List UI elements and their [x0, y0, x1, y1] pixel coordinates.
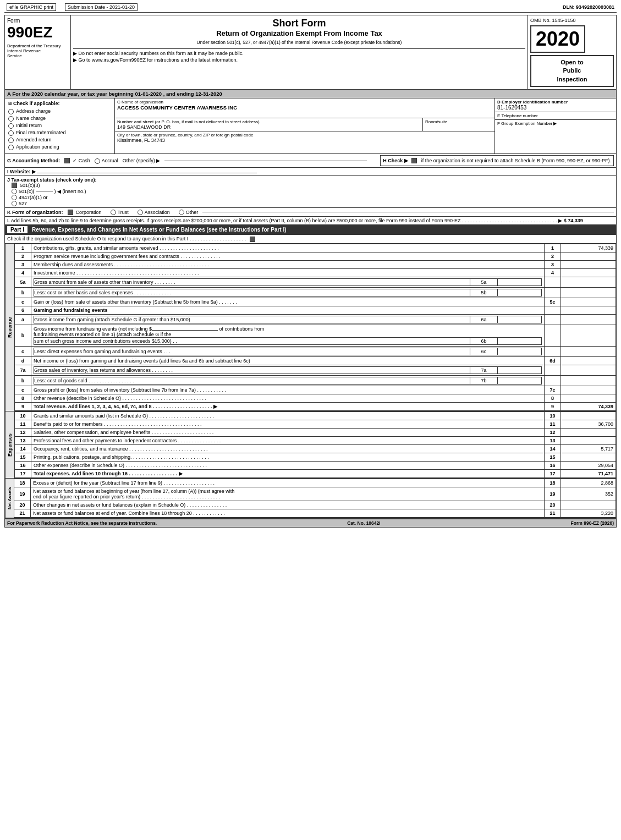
k-other-radio[interactable]: [179, 210, 184, 215]
initial-return-radio[interactable]: [8, 123, 14, 129]
line-1-num: 1: [15, 244, 31, 252]
final-return-row: Final return/terminated: [8, 130, 111, 136]
initial-return-row: Initial return: [8, 123, 111, 129]
k-assoc-label: Association: [145, 210, 170, 215]
revenue-section: Revenue 1 Contributions, gifts, grants, …: [4, 244, 617, 411]
net-assets-label: Net Assets: [5, 479, 14, 518]
service: Service: [7, 53, 68, 58]
footer-left: For Paperwork Reduction Act Notice, see …: [7, 520, 157, 526]
line-1-amount: 74,339: [561, 244, 616, 252]
ein-label: D Employer identification number: [497, 100, 614, 105]
final-return-radio[interactable]: [8, 130, 14, 136]
address-change-row: Address charge: [8, 108, 111, 114]
table-row: 18 Excess or (deficit) for the year (Sub…: [14, 479, 616, 487]
k-assoc-radio[interactable]: [138, 210, 143, 215]
j-527-label: 527: [19, 201, 27, 206]
table-row: c Gain or (loss) from sale of assets oth…: [15, 298, 616, 306]
k-corp-check[interactable]: [68, 210, 73, 215]
section-a: A For the 2020 calendar year, or tax yea…: [4, 90, 617, 98]
k-trust-radio[interactable]: [111, 210, 116, 215]
table-row: 10 Grants and similar amounts paid (list…: [15, 411, 616, 420]
j-insert-no: [36, 191, 53, 191]
line-18-amount: 2,868: [561, 479, 616, 487]
submission-date: Submission Date - 2021-01-20: [65, 3, 138, 11]
form-header: Form 990EZ Department of the Treasury In…: [4, 15, 617, 90]
line-19-amount: 352: [561, 487, 616, 501]
name-change-row: Name charge: [8, 116, 111, 122]
g-label: G Accounting Method:: [7, 158, 60, 163]
city-value: Kissimmee, FL 34743: [117, 138, 492, 143]
table-row: 6 Gaming and fundraising events: [15, 306, 616, 314]
l-text: L Add lines 5b, 6c, and 7b to line 9 to …: [7, 218, 461, 223]
table-row: 19 Net assets or fund balances at beginn…: [14, 487, 616, 501]
part-i-check-line: Check if the organization used Schedule …: [4, 235, 617, 244]
cash-checkbox[interactable]: [64, 158, 70, 163]
address-change-radio[interactable]: [8, 109, 14, 114]
j-527-radio[interactable]: [12, 201, 17, 206]
table-row: 17 Total expenses. Add lines 10 through …: [15, 469, 616, 477]
application-pending-radio[interactable]: [8, 145, 14, 150]
ein-value: 81-1620453: [497, 105, 614, 111]
room-suite-field: Room/suite: [423, 118, 494, 131]
j-501c-radio[interactable]: [12, 189, 17, 194]
org-address-row: Number and street (or P. O. box, if mail…: [115, 118, 494, 131]
table-row: 3 Membership dues and assessments . . . …: [15, 260, 616, 268]
expenses-section: Expenses 10 Grants and similar amounts p…: [4, 411, 617, 479]
table-row: d Net income or (loss) from gaming and f…: [15, 356, 616, 365]
j-501c-label: 501(c)(: [19, 189, 35, 194]
line-1-desc: Contributions, gifts, grants, and simila…: [31, 244, 545, 252]
line-11-amount: 36,700: [561, 420, 616, 428]
part-i-header: Part I Revenue, Expenses, and Changes in…: [4, 225, 617, 235]
k-label: K Form of organization:: [7, 210, 63, 215]
line-21-amount: 3,220: [561, 509, 616, 517]
l-dots: . . . . . . . . . . . . . . . . . . . . …: [462, 218, 564, 223]
table-row: 7a Gross sales of inventory, less return…: [15, 365, 616, 375]
notice2: ▶ Go to www.irs.gov/Form990EZ for instru…: [73, 57, 525, 63]
revenue-table: 1 Contributions, gifts, grants, and simi…: [14, 244, 616, 411]
top-bar: efile GRAPHIC print Submission Date - 20…: [4, 2, 617, 13]
form-label: Form: [7, 18, 68, 24]
name-change-radio[interactable]: [8, 116, 14, 122]
accrual-label: Accrual: [102, 158, 118, 163]
k-trust-label: Trust: [118, 210, 129, 215]
expenses-label: Expenses: [5, 411, 14, 478]
phone-label: E Telephone number: [497, 113, 614, 118]
table-row: 11 Benefits paid to or for members . . .…: [15, 420, 616, 428]
table-row: 8 Other revenue (describe in Schedule O)…: [15, 394, 616, 402]
bureau: Internal Revenue: [7, 48, 68, 53]
page: efile GRAPHIC print Submission Date - 20…: [0, 0, 621, 530]
table-row: 21 Net assets or fund balances at end of…: [14, 509, 616, 517]
open-to-public: Open to Public Inspection: [530, 55, 614, 87]
footer-right: Form 990-EZ (2020): [571, 520, 614, 526]
revenue-label: Revenue: [5, 244, 14, 411]
city-label: City or town, state or province, country…: [117, 133, 492, 138]
application-pending-label: Application pending: [16, 144, 59, 150]
phone-section: E Telephone number: [495, 112, 616, 120]
h-label: H Check ▶: [383, 158, 408, 163]
j-4947-radio[interactable]: [12, 195, 17, 200]
table-row: 14 Occupancy, rent, utilities, and maint…: [15, 444, 616, 453]
l-value: $ 74,339: [564, 218, 583, 223]
table-row: b Less: cost or other basis and sales ex…: [15, 287, 616, 298]
line-16-amount: 29,054: [561, 461, 616, 469]
initial-return-label: Initial return: [16, 123, 42, 128]
form-title-section: Short Form Return of Organization Exempt…: [71, 15, 528, 89]
check-applicable-section: B Check if applicable: Address charge Na…: [5, 98, 115, 153]
j-501c3-check[interactable]: [12, 183, 17, 188]
net-assets-table: 18 Excess or (deficit) for the year (Sub…: [14, 479, 616, 518]
page-footer: For Paperwork Reduction Act Notice, see …: [4, 518, 617, 528]
section-k: K Form of organization: Corporation Trus…: [4, 208, 617, 217]
table-row: 4 Investment income . . . . . . . . . . …: [15, 268, 616, 277]
dln: DLN: 93492020003081: [563, 4, 614, 10]
table-row: 20 Other changes in net assets or fund b…: [14, 501, 616, 509]
part-i-checkbox[interactable]: [250, 237, 255, 242]
j-label: J Tax-exempt status (check only one):: [7, 177, 96, 183]
notice1: ▶ Do not enter social security numbers o…: [73, 48, 525, 56]
d-e-f-section: D Employer identification number 81-1620…: [495, 98, 616, 153]
h-checkbox[interactable]: [411, 158, 417, 163]
accrual-radio[interactable]: [95, 158, 100, 164]
k-other-label: Other: [186, 210, 199, 215]
amended-return-radio[interactable]: [8, 138, 14, 143]
table-row: 2 Program service revenue including gove…: [15, 252, 616, 260]
address-field: Number and street (or P. O. box, if mail…: [115, 118, 423, 131]
